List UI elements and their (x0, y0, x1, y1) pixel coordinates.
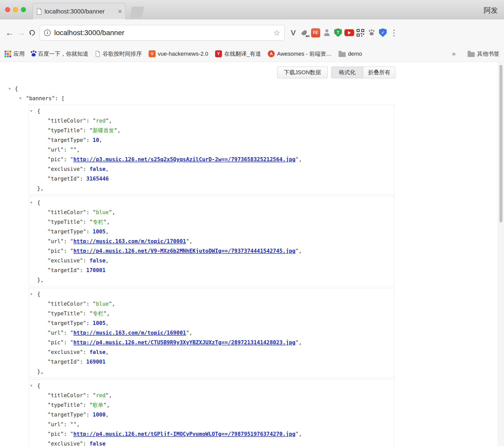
bookmark-label: 应用 (13, 50, 25, 58)
format-button[interactable]: 格式化 (331, 67, 363, 78)
shield-check-extension-icon[interactable]: ✓ (377, 27, 388, 38)
bookmark-apps[interactable]: 应用 (5, 50, 25, 58)
json-object-open: ▼{ (29, 106, 394, 116)
translate-extension-icon[interactable]: en (299, 27, 310, 38)
json-object-open: ▼{ (29, 289, 394, 299)
bookmark-star-icon[interactable]: ☆ (273, 28, 280, 37)
window-titlebar: localhost:3000/banner × 阿发 (0, 0, 504, 19)
browser-menu-button[interactable]: ⋮ (388, 27, 400, 38)
account-extension-icon[interactable] (321, 27, 332, 38)
page-icon (95, 51, 100, 57)
bookmark-label: 谷歌按时间排序 (103, 50, 142, 58)
shield-t-extension-icon[interactable]: T (332, 27, 344, 38)
youtube-extension-icon[interactable] (344, 27, 355, 38)
youdao-icon: Y (215, 50, 222, 57)
json-property-pic: "pic": "http://p3.music.126.net/s25q2x5Q… (29, 155, 394, 164)
json-object-open: ▼{ (29, 381, 394, 391)
json-property-url: "url": "http://music.163.com/m/topic/169… (29, 328, 394, 338)
browser-toolbar: ← → i localhost:3000/banner ☆ V en FE T … (0, 20, 504, 46)
view-mode-button-group: 格式化 折叠所有 (331, 67, 395, 78)
collapse-toggle-icon[interactable]: ▼ (30, 381, 32, 391)
json-property-typeTitle: "typeTitle": "新碟首发", (29, 126, 394, 135)
forward-button: → (15, 28, 26, 38)
new-tab-button[interactable] (130, 7, 144, 17)
bookmark-label: 百度一下，你就知道 (38, 50, 88, 58)
v-extension-icon[interactable]: V (288, 27, 299, 38)
json-property-targetId: "targetId": 169001 (29, 357, 394, 367)
json-array-item-3: ▼{"titleColor": "red","typeTitle": "歌单",… (29, 379, 394, 446)
zoom-window-button[interactable] (21, 7, 26, 12)
fehelper-extension-icon[interactable]: FE (310, 27, 321, 38)
vertical-scrollbar[interactable] (498, 62, 504, 446)
address-bar[interactable]: i localhost:3000/banner ☆ (40, 25, 285, 41)
json-property-targetType: "targetType": 1000, (29, 410, 394, 420)
browser-tab[interactable]: localhost:3000/banner × (33, 3, 126, 19)
folder-icon (468, 52, 475, 57)
bookmark-label: Awesomes - 前端资… (277, 50, 332, 58)
json-property-targetType: "targetType": 1005, (29, 318, 394, 328)
json-tree: ▼{▼"banners": [▼{"titleColor": "red","ty… (0, 84, 504, 446)
json-url-link[interactable]: http://p4.music.126.net/CTU5B9R9y3XyYBZX… (73, 339, 295, 346)
profile-name[interactable]: 阿发 (484, 6, 498, 15)
json-property-typeTitle: "typeTitle": "歌单", (29, 400, 394, 410)
apps-grid-icon (5, 51, 11, 57)
json-url-link[interactable]: http://p4.music.126.net/tGPljf-IMOCyPvum… (73, 431, 295, 437)
minimize-window-button[interactable] (13, 7, 18, 12)
json-array-item-1: ▼{"titleColor": "blue","typeTitle": "专栏"… (29, 196, 394, 286)
collapse-toggle-icon[interactable]: ▼ (30, 106, 32, 116)
collapse-toggle-icon[interactable]: ▼ (30, 289, 32, 299)
bookmark-google-sort[interactable]: 谷歌按时间排序 (95, 50, 142, 58)
other-bookmarks[interactable]: 其他书签 (468, 50, 499, 58)
bookmark-baidu[interactable]: 百度一下，你就知道 (32, 50, 88, 58)
browser-window: localhost:3000/banner × 阿发 ← → i localho… (0, 0, 504, 446)
json-property-exclusive: "exclusive": false, (29, 256, 394, 265)
json-property-pic: "pic": "http://p4.music.126.net/tGPljf-I… (29, 429, 394, 439)
json-property-pic: "pic": "http://p4.music.126.net/V9-MXz6b… (29, 246, 394, 256)
json-property-exclusive: "exclusive": false (29, 439, 394, 446)
json-url-link[interactable]: http://p3.music.126.net/s25q2x5QyqsAzilC… (73, 156, 295, 162)
paw-icon (370, 32, 374, 35)
json-property-url: "url": "", (29, 145, 394, 155)
bookmark-awesomes[interactable]: A Awesomes - 前端资… (268, 50, 332, 58)
bookmarks-overflow-chevron[interactable]: » (452, 50, 456, 58)
bookmark-youdao[interactable]: Y 在线翻译_有道 (215, 50, 261, 58)
json-root-open: ▼{ (0, 84, 504, 94)
vue-icon: V (149, 50, 156, 57)
json-url-link[interactable]: http://music.163.com/m/topic/169001 (73, 330, 186, 336)
reload-button[interactable] (26, 30, 38, 36)
json-property-titleColor: "titleColor": "red", (29, 391, 394, 400)
collapse-toggle-icon[interactable]: ▼ (9, 84, 11, 94)
person-icon (323, 29, 331, 37)
close-tab-icon[interactable]: × (118, 8, 122, 15)
json-banners-open: ▼"banners": [ (0, 94, 504, 103)
collapse-toggle-icon[interactable]: ▼ (30, 198, 32, 207)
qrcode-extension-icon[interactable] (355, 27, 366, 38)
back-button[interactable]: ← (4, 28, 15, 38)
bookmark-vue-hackernews[interactable]: V vue-hackernews-2.0 (149, 50, 208, 57)
scrollbar-thumb[interactable] (499, 65, 502, 222)
close-window-button[interactable] (5, 7, 10, 12)
json-property-exclusive: "exclusive": false, (29, 164, 394, 174)
bookmark-label: demo (348, 51, 362, 57)
page-content: 下载JSON数据 格式化 折叠所有 ▼{▼"banners": [▼{"titl… (0, 62, 504, 446)
qr-icon (357, 29, 364, 37)
download-json-button[interactable]: 下载JSON数据 (277, 67, 328, 78)
bookmark-demo-folder[interactable]: demo (339, 51, 362, 57)
other-bookmarks-label: 其他书签 (477, 50, 499, 58)
bookmark-label: vue-hackernews-2.0 (158, 51, 208, 57)
awesomes-icon: A (268, 50, 275, 57)
json-object-close: }, (29, 275, 394, 285)
site-info-icon[interactable]: i (44, 29, 51, 36)
bookmarks-bar: 应用 百度一下，你就知道 谷歌按时间排序 V vue-hackernews-2.… (0, 46, 504, 62)
json-url-link[interactable]: http://p4.music.126.net/V9-MXz6b2MNhEKju… (73, 248, 295, 254)
collapse-all-button[interactable]: 折叠所有 (363, 67, 395, 78)
json-url-link[interactable]: http://music.163.com/m/topic/170001 (73, 238, 186, 244)
json-object-close: }, (29, 184, 394, 193)
collapse-toggle-icon[interactable]: ▼ (19, 94, 21, 103)
page-icon (36, 8, 42, 15)
url-text[interactable]: localhost:3000/banner (54, 29, 270, 37)
tab-title: localhost:3000/banner (45, 8, 115, 15)
json-property-exclusive: "exclusive": false, (29, 347, 394, 357)
paw-extension-icon[interactable] (366, 27, 377, 38)
json-property-url: "url": "", (29, 420, 394, 429)
